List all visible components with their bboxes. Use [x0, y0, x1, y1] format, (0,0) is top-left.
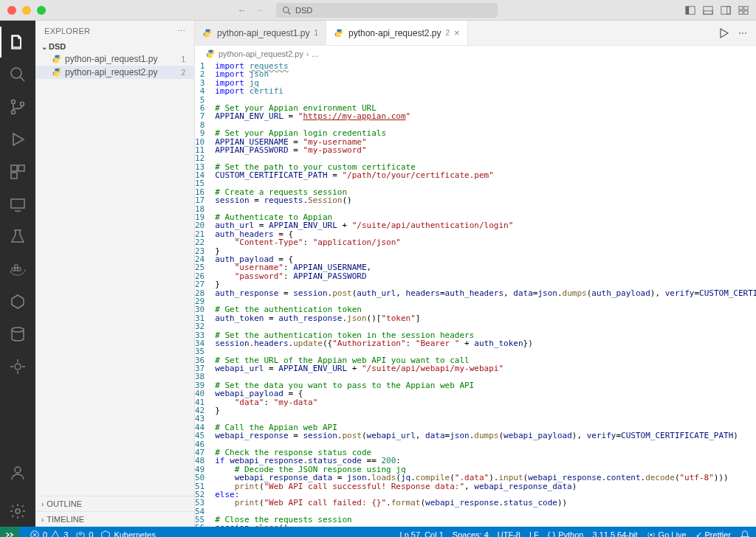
- svg-point-28: [15, 364, 21, 370]
- status-indentation[interactable]: Spaces: 4: [453, 530, 489, 537]
- status-eol[interactable]: LF: [529, 530, 539, 537]
- svg-rect-25: [15, 265, 18, 268]
- svg-rect-3: [686, 6, 689, 14]
- svg-point-36: [650, 534, 652, 536]
- explorer-more-button[interactable]: ⋯: [177, 27, 185, 36]
- outline-section[interactable]: ›OUTLINE: [35, 496, 194, 511]
- layout-sidebar-left-icon[interactable]: [685, 5, 695, 15]
- warning-icon: [50, 530, 61, 537]
- status-kubernetes[interactable]: Kubernetes: [100, 530, 155, 537]
- editor-tab[interactable]: python-api_request2.py2×: [326, 21, 468, 45]
- workspace-folder[interactable]: ⌄ DSD: [35, 41, 194, 52]
- activity-source-control[interactable]: [0, 91, 35, 122]
- remote-indicator[interactable]: [0, 527, 19, 537]
- titlebar-actions: [685, 5, 749, 15]
- broadcast-icon: [647, 530, 656, 537]
- svg-point-15: [12, 111, 16, 114]
- svg-point-29: [15, 467, 21, 473]
- status-interpreter[interactable]: 3.11.5 64-bit: [592, 530, 637, 537]
- search-icon: [282, 6, 291, 15]
- activity-kubernetes[interactable]: [0, 286, 35, 317]
- activity-accounts[interactable]: [0, 457, 35, 488]
- activity-extensions[interactable]: [0, 156, 35, 187]
- remote-icon: [9, 195, 27, 213]
- line-gutter: 1234567891011121314151617181920212223242…: [195, 62, 215, 527]
- python-file-icon: [52, 54, 62, 64]
- close-window-button[interactable]: [7, 6, 16, 15]
- activity-remote[interactable]: [0, 189, 35, 220]
- activity-explorer[interactable]: [0, 27, 35, 58]
- extensions-icon: [9, 163, 27, 181]
- editor-tab[interactable]: python-api_request1.py1: [195, 21, 326, 45]
- file-name: python-api_request1.py: [65, 54, 157, 64]
- minimize-window-button[interactable]: [22, 6, 31, 15]
- tab-badge: 2: [445, 29, 450, 37]
- layout-panel-icon[interactable]: [703, 5, 713, 15]
- maximize-window-button[interactable]: [37, 6, 46, 15]
- docker-icon: [9, 260, 27, 278]
- close-tab-button[interactable]: ×: [454, 27, 460, 38]
- python-file-icon: [52, 67, 62, 77]
- svg-rect-4: [704, 6, 712, 14]
- live-share-icon: [9, 358, 27, 375]
- svg-point-27: [12, 328, 24, 332]
- status-language[interactable]: { }Python: [548, 530, 584, 537]
- breadcrumb-file[interactable]: python-api_request2.py: [219, 49, 303, 58]
- svg-rect-23: [15, 268, 18, 271]
- file-item[interactable]: python-api_request1.py1: [35, 52, 194, 66]
- activity-database[interactable]: [0, 319, 35, 350]
- status-prettier[interactable]: ✓Prettier: [695, 530, 731, 538]
- editor-more-button[interactable]: ⋯: [738, 28, 747, 38]
- activity-live-share[interactable]: [0, 351, 35, 382]
- breadcrumb-more[interactable]: ...: [312, 49, 318, 58]
- svg-rect-6: [721, 6, 730, 14]
- code-content[interactable]: import requestsimport jsonimport jqimpor…: [215, 62, 756, 527]
- nav-back-button[interactable]: ←: [238, 5, 247, 15]
- svg-rect-7: [727, 6, 730, 14]
- svg-rect-5: [704, 10, 712, 13]
- activity-run-debug[interactable]: [0, 124, 35, 155]
- account-icon: [9, 464, 27, 482]
- svg-rect-20: [11, 199, 24, 208]
- tab-label: python-api_request1.py: [217, 28, 309, 38]
- activity-bar: [0, 21, 35, 527]
- remote-icon: [4, 530, 15, 537]
- tab-label: python-api_request2.py: [348, 28, 441, 38]
- files-icon: [9, 33, 27, 51]
- activity-testing[interactable]: [0, 221, 35, 252]
- explorer-header: EXPLORER ⋯: [35, 21, 194, 39]
- activity-settings[interactable]: [0, 496, 35, 527]
- svg-point-12: [11, 68, 21, 78]
- status-notifications[interactable]: [740, 530, 750, 537]
- nav-arrows: ← →: [238, 5, 264, 15]
- svg-line-13: [20, 77, 24, 81]
- status-problems[interactable]: 0 3: [30, 530, 68, 537]
- breadcrumb[interactable]: python-api_request2.py › ...: [195, 46, 756, 62]
- nav-forward-button[interactable]: →: [255, 5, 264, 15]
- command-center-search[interactable]: DSD: [276, 3, 498, 18]
- code-editor[interactable]: 1234567891011121314151617181920212223242…: [195, 62, 756, 527]
- status-ports[interactable]: 0: [75, 530, 93, 537]
- file-badge: 2: [181, 69, 188, 77]
- radio-tower-icon: [75, 530, 86, 537]
- beaker-icon: [9, 228, 27, 246]
- folder-name: DSD: [49, 42, 66, 51]
- file-item[interactable]: python-api_request2.py2: [35, 66, 194, 79]
- activity-search[interactable]: [0, 59, 35, 90]
- timeline-section[interactable]: ›TIMELINE: [35, 511, 194, 527]
- search-icon: [9, 66, 27, 83]
- svg-rect-10: [739, 10, 743, 13]
- status-cursor-position[interactable]: Ln 57, Col 1: [400, 530, 444, 537]
- search-text: DSD: [295, 6, 312, 15]
- customize-layout-icon[interactable]: [738, 5, 749, 15]
- activity-docker[interactable]: [0, 254, 35, 285]
- status-encoding[interactable]: UTF-8: [498, 530, 520, 537]
- layout-sidebar-right-icon[interactable]: [721, 5, 731, 15]
- chevron-down-icon: ⌄: [41, 43, 47, 51]
- svg-rect-18: [18, 165, 24, 171]
- svg-marker-26: [12, 295, 24, 308]
- run-file-button[interactable]: [718, 27, 729, 39]
- svg-point-31: [31, 531, 39, 537]
- git-branch-icon: [9, 98, 27, 116]
- status-go-live[interactable]: Go Live: [647, 530, 687, 537]
